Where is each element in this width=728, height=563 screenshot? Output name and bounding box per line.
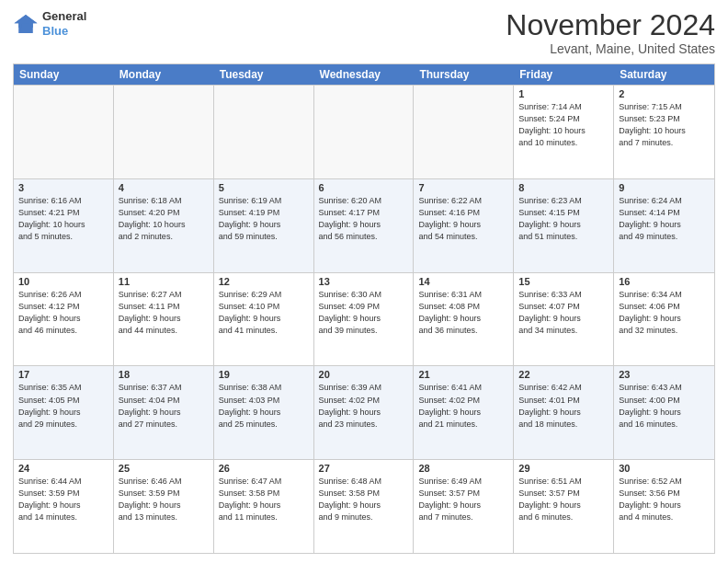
day-info-5: Sunrise: 6:19 AM Sunset: 4:19 PM Dayligh… [219, 195, 309, 243]
day-number-15: 15 [518, 276, 609, 287]
day-cell-29: 29Sunrise: 6:51 AM Sunset: 3:57 PM Dayli… [514, 460, 614, 553]
day-cell-12: 12Sunrise: 6:29 AM Sunset: 4:10 PM Dayli… [214, 273, 314, 366]
header-sunday: Sunday [14, 64, 114, 85]
day-cell-6: 6Sunrise: 6:20 AM Sunset: 4:17 PM Daylig… [314, 179, 415, 272]
day-number-29: 29 [518, 463, 609, 474]
day-cell-5: 5Sunrise: 6:19 AM Sunset: 4:19 PM Daylig… [214, 179, 314, 272]
day-number-14: 14 [418, 276, 508, 287]
header-thursday: Thursday [414, 64, 514, 85]
subtitle: Levant, Maine, United States [506, 41, 715, 56]
calendar-body: 1Sunrise: 7:14 AM Sunset: 5:24 PM Daylig… [14, 85, 714, 553]
day-cell-17: 17Sunrise: 6:35 AM Sunset: 4:05 PM Dayli… [14, 366, 114, 459]
day-cell-26: 26Sunrise: 6:47 AM Sunset: 3:58 PM Dayli… [214, 460, 314, 553]
day-info-17: Sunrise: 6:35 AM Sunset: 4:05 PM Dayligh… [18, 382, 108, 430]
day-cell-3: 3Sunrise: 6:16 AM Sunset: 4:21 PM Daylig… [14, 179, 114, 272]
day-info-19: Sunrise: 6:38 AM Sunset: 4:03 PM Dayligh… [219, 382, 309, 430]
calendar-row-3: 10Sunrise: 6:26 AM Sunset: 4:12 PM Dayli… [14, 272, 714, 366]
day-number-6: 6 [319, 182, 409, 193]
day-info-12: Sunrise: 6:29 AM Sunset: 4:10 PM Dayligh… [219, 289, 309, 337]
logo-line1: General [42, 9, 86, 24]
calendar-row-1: 1Sunrise: 7:14 AM Sunset: 5:24 PM Daylig… [14, 85, 714, 178]
day-number-12: 12 [219, 276, 309, 287]
day-number-4: 4 [119, 182, 209, 193]
day-number-25: 25 [119, 463, 209, 474]
day-cell-20: 20Sunrise: 6:39 AM Sunset: 4:02 PM Dayli… [314, 366, 415, 459]
header-monday: Monday [114, 64, 214, 85]
day-info-24: Sunrise: 6:44 AM Sunset: 3:59 PM Dayligh… [18, 476, 108, 523]
day-number-24: 24 [18, 463, 108, 474]
day-info-18: Sunrise: 6:37 AM Sunset: 4:04 PM Dayligh… [119, 382, 209, 430]
day-number-21: 21 [418, 369, 508, 380]
day-cell-16: 16Sunrise: 6:34 AM Sunset: 4:06 PM Dayli… [614, 273, 714, 366]
day-number-17: 17 [18, 369, 108, 380]
day-info-23: Sunrise: 6:43 AM Sunset: 4:00 PM Dayligh… [619, 382, 710, 430]
day-cell-22: 22Sunrise: 6:42 AM Sunset: 4:01 PM Dayli… [514, 366, 614, 459]
day-info-20: Sunrise: 6:39 AM Sunset: 4:02 PM Dayligh… [319, 382, 409, 430]
day-number-19: 19 [219, 369, 309, 380]
day-info-30: Sunrise: 6:52 AM Sunset: 3:56 PM Dayligh… [619, 476, 710, 523]
day-info-11: Sunrise: 6:27 AM Sunset: 4:11 PM Dayligh… [119, 289, 209, 337]
day-cell-18: 18Sunrise: 6:37 AM Sunset: 4:04 PM Dayli… [114, 366, 214, 459]
day-info-4: Sunrise: 6:18 AM Sunset: 4:20 PM Dayligh… [119, 195, 209, 243]
day-cell-10: 10Sunrise: 6:26 AM Sunset: 4:12 PM Dayli… [14, 273, 114, 366]
day-cell-25: 25Sunrise: 6:46 AM Sunset: 3:59 PM Dayli… [114, 460, 214, 553]
day-info-6: Sunrise: 6:20 AM Sunset: 4:17 PM Dayligh… [319, 195, 409, 243]
logo-icon [13, 13, 39, 35]
day-cell-21: 21Sunrise: 6:41 AM Sunset: 4:02 PM Dayli… [414, 366, 514, 459]
day-info-10: Sunrise: 6:26 AM Sunset: 4:12 PM Dayligh… [18, 289, 108, 337]
day-cell-1: 1Sunrise: 7:14 AM Sunset: 5:24 PM Daylig… [514, 86, 614, 178]
day-info-14: Sunrise: 6:31 AM Sunset: 4:08 PM Dayligh… [418, 289, 508, 337]
top-section: General Blue November 2024 Levant, Maine… [13, 9, 715, 56]
calendar-row-5: 24Sunrise: 6:44 AM Sunset: 3:59 PM Dayli… [14, 459, 714, 553]
day-info-15: Sunrise: 6:33 AM Sunset: 4:07 PM Dayligh… [518, 289, 609, 337]
day-cell-8: 8Sunrise: 6:23 AM Sunset: 4:15 PM Daylig… [514, 179, 614, 272]
calendar-header: SundayMondayTuesdayWednesdayThursdayFrid… [14, 64, 714, 85]
day-number-26: 26 [219, 463, 309, 474]
empty-cell-r0-c0 [14, 86, 114, 178]
day-cell-11: 11Sunrise: 6:27 AM Sunset: 4:11 PM Dayli… [114, 273, 214, 366]
day-cell-28: 28Sunrise: 6:49 AM Sunset: 3:57 PM Dayli… [414, 460, 514, 553]
day-cell-30: 30Sunrise: 6:52 AM Sunset: 3:56 PM Dayli… [614, 460, 714, 553]
calendar-row-4: 17Sunrise: 6:35 AM Sunset: 4:05 PM Dayli… [14, 365, 714, 459]
day-number-11: 11 [119, 276, 209, 287]
day-number-1: 1 [518, 88, 609, 99]
day-number-5: 5 [219, 182, 309, 193]
calendar-row-2: 3Sunrise: 6:16 AM Sunset: 4:21 PM Daylig… [14, 178, 714, 272]
day-info-7: Sunrise: 6:22 AM Sunset: 4:16 PM Dayligh… [418, 195, 508, 243]
day-cell-27: 27Sunrise: 6:48 AM Sunset: 3:58 PM Dayli… [314, 460, 415, 553]
day-number-9: 9 [619, 182, 710, 193]
day-info-2: Sunrise: 7:15 AM Sunset: 5:23 PM Dayligh… [619, 101, 710, 149]
header-tuesday: Tuesday [214, 64, 314, 85]
title-section: November 2024 Levant, Maine, United Stat… [506, 9, 715, 56]
empty-cell-r0-c4 [414, 86, 514, 178]
logo-text: General Blue [42, 9, 86, 38]
day-number-18: 18 [119, 369, 209, 380]
day-cell-19: 19Sunrise: 6:38 AM Sunset: 4:03 PM Dayli… [214, 366, 314, 459]
logo: General Blue [13, 9, 86, 38]
day-cell-14: 14Sunrise: 6:31 AM Sunset: 4:08 PM Dayli… [414, 273, 514, 366]
day-info-29: Sunrise: 6:51 AM Sunset: 3:57 PM Dayligh… [518, 476, 609, 523]
day-info-28: Sunrise: 6:49 AM Sunset: 3:57 PM Dayligh… [418, 476, 508, 523]
header-wednesday: Wednesday [314, 64, 415, 85]
empty-cell-r0-c2 [214, 86, 314, 178]
day-info-26: Sunrise: 6:47 AM Sunset: 3:58 PM Dayligh… [219, 476, 309, 523]
day-number-22: 22 [518, 369, 609, 380]
calendar: SundayMondayTuesdayWednesdayThursdayFrid… [13, 63, 715, 554]
day-info-3: Sunrise: 6:16 AM Sunset: 4:21 PM Dayligh… [18, 195, 108, 243]
header-friday: Friday [514, 64, 614, 85]
day-info-8: Sunrise: 6:23 AM Sunset: 4:15 PM Dayligh… [518, 195, 609, 243]
day-cell-15: 15Sunrise: 6:33 AM Sunset: 4:07 PM Dayli… [514, 273, 614, 366]
month-title: November 2024 [506, 9, 715, 41]
empty-cell-r0-c3 [314, 86, 415, 178]
day-cell-23: 23Sunrise: 6:43 AM Sunset: 4:00 PM Dayli… [614, 366, 714, 459]
day-cell-13: 13Sunrise: 6:30 AM Sunset: 4:09 PM Dayli… [314, 273, 415, 366]
page: General Blue November 2024 Levant, Maine… [0, 0, 728, 563]
day-number-23: 23 [619, 369, 710, 380]
day-number-13: 13 [319, 276, 409, 287]
day-info-25: Sunrise: 6:46 AM Sunset: 3:59 PM Dayligh… [119, 476, 209, 523]
day-number-27: 27 [319, 463, 409, 474]
day-cell-4: 4Sunrise: 6:18 AM Sunset: 4:20 PM Daylig… [114, 179, 214, 272]
day-number-28: 28 [418, 463, 508, 474]
day-cell-2: 2Sunrise: 7:15 AM Sunset: 5:23 PM Daylig… [614, 86, 714, 178]
day-info-27: Sunrise: 6:48 AM Sunset: 3:58 PM Dayligh… [319, 476, 409, 523]
